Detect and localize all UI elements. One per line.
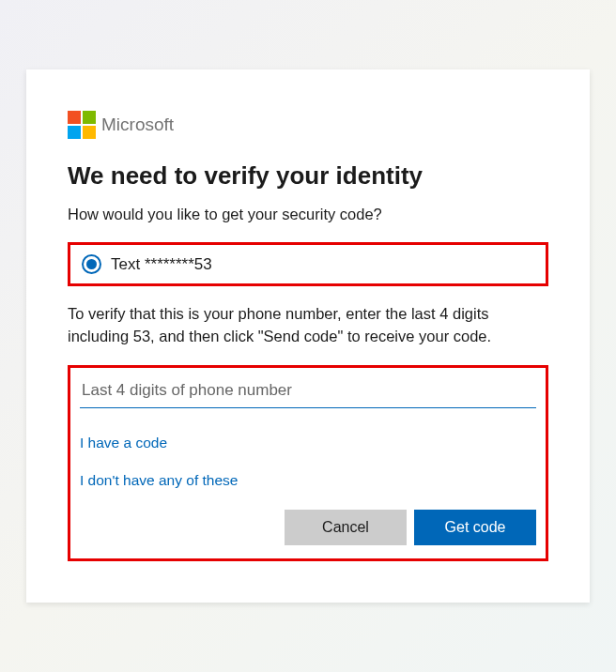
dont-have-link[interactable]: I don't have any of these: [80, 472, 536, 489]
button-row: Cancel Get code: [80, 510, 536, 545]
verify-identity-card: Microsoft We need to verify your identit…: [26, 69, 590, 603]
cancel-button[interactable]: Cancel: [285, 510, 407, 545]
brand-name: Microsoft: [101, 115, 174, 135]
brand-row: Microsoft: [68, 111, 548, 139]
microsoft-logo-icon: [68, 111, 96, 139]
last4-input[interactable]: [80, 375, 536, 408]
radio-selected-icon: [82, 254, 101, 274]
have-code-link[interactable]: I have a code: [80, 435, 536, 451]
page-title: We need to verify your identity: [68, 161, 548, 191]
input-section: I have a code I don't have any of these …: [68, 365, 548, 561]
verification-option-text[interactable]: Text ********53: [68, 242, 548, 286]
instruction-text: To verify that this is your phone number…: [68, 303, 548, 348]
get-code-button[interactable]: Get code: [414, 510, 536, 545]
option-label: Text ********53: [111, 255, 212, 274]
prompt-subtext: How would you like to get your security …: [68, 204, 548, 225]
